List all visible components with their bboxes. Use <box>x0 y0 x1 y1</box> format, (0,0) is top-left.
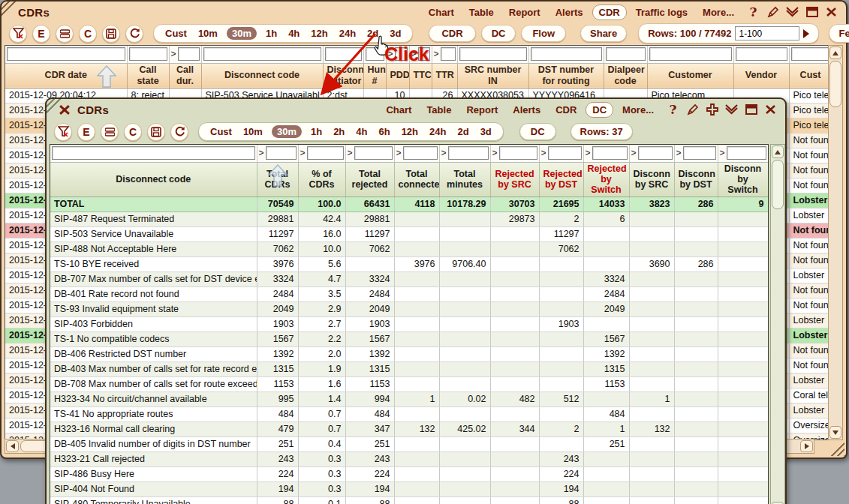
rejected-by-dst-filter-input[interactable] <box>548 146 582 160</box>
disconnect-code-row[interactable]: DB-405 Invalid number of digits in DST n… <box>50 436 768 452</box>
disconnect-code-row[interactable]: TS-93 Invalid equipment state20492.92049… <box>50 302 768 316</box>
time-range-6h[interactable]: 6h <box>376 125 392 138</box>
call-dur-filter-input[interactable] <box>178 47 200 61</box>
column-header-rejected-by-switch[interactable]: Rejected by Switch <box>583 162 629 196</box>
dc-button[interactable]: DC <box>519 123 556 140</box>
disconnect-code-row[interactable]: SIP-480 Temporarily Unavailable880.18888 <box>50 496 768 504</box>
column-header-disconnect-code[interactable]: Disconnect code <box>201 63 323 88</box>
cdr-date-filter-input[interactable] <box>7 47 125 61</box>
rejected-by-src-filter-input[interactable] <box>499 146 537 160</box>
time-range-1h[interactable]: 1h <box>309 125 324 138</box>
e-icon-button[interactable]: E <box>77 123 95 141</box>
disconnect-code-row[interactable]: SIP-403 Forbidden19032.719031903 <box>50 316 768 332</box>
ttr-filter-input[interactable] <box>441 47 456 61</box>
main-titlebar[interactable]: CDRs ChartTableReportAlertsCDRTraffic lo… <box>2 2 846 22</box>
edit-icon[interactable] <box>685 103 700 116</box>
time-range-2d[interactable]: 2d <box>455 125 471 138</box>
column-header-disconn-by-dst[interactable]: Disconn by DST <box>674 162 718 196</box>
list-icon-button[interactable] <box>101 123 119 141</box>
cust-filter-input[interactable] <box>791 47 830 61</box>
disconnect-code-row[interactable]: H323-21 Call rejected2430.3243243 <box>50 452 768 466</box>
column-header-call-state[interactable]: Call state <box>127 63 169 88</box>
rejected-by-switch-filter-input[interactable] <box>592 146 628 160</box>
disconnect-code-row[interactable]: DB-401 Rate record not found24843.524842… <box>50 286 768 302</box>
menu-item-traffic-logs[interactable]: Traffic logs <box>630 5 694 20</box>
help-icon[interactable]: ? <box>666 103 680 116</box>
time-range-2d[interactable]: 2d <box>365 27 381 40</box>
menu-item-chart[interactable]: Chart <box>423 5 460 20</box>
dialpeer-code-filter-input[interactable] <box>606 47 646 61</box>
ttc-filter-input[interactable] <box>418 47 430 61</box>
disconnect-code-row[interactable]: DB-708 Max number of calls set for route… <box>50 376 768 392</box>
column-header-disconn-initiator[interactable]: Disconn initiator <box>323 63 363 88</box>
disconnect-code-row[interactable]: SIP-488 Not Acceptable Here706210.070627… <box>50 242 768 256</box>
menu-item-more[interactable]: More... <box>616 103 660 117</box>
flow-button[interactable]: Flow <box>521 25 566 42</box>
column-header-total-minutes[interactable]: Total minutes <box>439 162 490 196</box>
column-header-disconn-by-src[interactable]: Disconn by SRC <box>629 162 674 196</box>
disconnect-code-row[interactable]: TS-10 BYE received39765.639769706.403690… <box>50 256 768 272</box>
e-icon-button[interactable]: E <box>32 25 50 43</box>
time-range-12h[interactable]: 12h <box>399 125 420 138</box>
disconnect-code-row[interactable]: SIP-487 Request Terminated2988142.429881… <box>50 212 768 226</box>
share-button[interactable]: Share <box>580 25 627 42</box>
total-row[interactable]: TOTAL70549100.066431411810178.2930703216… <box>50 196 768 212</box>
save-icon-button[interactable] <box>147 123 165 141</box>
time-range-4h[interactable]: 4h <box>286 27 302 40</box>
menu-item-alerts[interactable]: Alerts <box>549 5 589 20</box>
disconnect-code-row[interactable]: DB-403 Max number of calls set for rate … <box>50 362 768 376</box>
edit-icon[interactable] <box>766 5 780 19</box>
disconnect-code-row[interactable]: TS-41 No appropriate routes4840.7484484 <box>50 406 768 422</box>
customer-filter-input[interactable] <box>649 47 732 61</box>
column-header-dst-number-for-routing[interactable]: DST number for routing <box>528 63 604 88</box>
disconnect-code-row[interactable]: SIP-486 Busy Here2240.3224224 <box>50 466 768 482</box>
disconn-by-switch-filter-input[interactable] <box>727 146 766 160</box>
time-range-10m[interactable]: 10m <box>196 27 220 40</box>
resize-grip-icon[interactable] <box>828 440 844 456</box>
column-header-dialpeer-code[interactable]: Dialpeer code <box>604 63 647 88</box>
column-header-of-cdrs[interactable]: % of CDRs <box>298 162 345 196</box>
list-icon-button[interactable] <box>56 25 74 43</box>
disconnect-code-row[interactable]: H323-16 Normal call clearing4790.7347132… <box>50 422 768 436</box>
column-header-pdd[interactable]: PDD <box>386 63 409 88</box>
maximize-icon[interactable] <box>744 103 758 116</box>
column-header-hunt[interactable]: Hunt # <box>363 63 386 88</box>
total-cdrs-filter-input[interactable] <box>266 146 297 160</box>
disconnect-code-row[interactable]: DB-707 Max number of calls set for DST d… <box>50 272 768 286</box>
menu-item-cdr[interactable]: CDR <box>592 4 627 20</box>
time-range-3d[interactable]: 3d <box>478 125 494 138</box>
of-cdrs-filter-input[interactable] <box>307 146 344 160</box>
time-range-24h[interactable]: 24h <box>427 125 448 138</box>
c-icon-button[interactable]: C <box>124 123 142 141</box>
column-header-disconn-by-switch[interactable]: Disconn by Switch <box>718 162 768 196</box>
menu-item-dc[interactable]: DC <box>586 102 613 118</box>
dc-button[interactable]: DC <box>481 25 516 42</box>
column-header-total-cdrs[interactable]: Total CDRs <box>257 162 298 196</box>
time-range-4h[interactable]: 4h <box>354 125 369 138</box>
modal-vscrollbar[interactable] <box>770 144 785 504</box>
time-range-cust[interactable]: Cust <box>208 125 234 138</box>
column-header-customer[interactable]: Customer <box>647 63 733 88</box>
close-icon[interactable] <box>824 5 838 19</box>
time-range-12h[interactable]: 12h <box>309 27 330 40</box>
next-page-icon[interactable] <box>803 29 809 38</box>
disconnect-code-row[interactable]: H323-34 No circuit/channel available9951… <box>50 392 768 406</box>
menu-item-report[interactable]: Report <box>503 5 546 20</box>
total-rejected-filter-input[interactable] <box>354 146 393 160</box>
total-minutes-filter-input[interactable] <box>448 146 489 160</box>
time-range-3d[interactable]: 3d <box>387 27 403 40</box>
disconnect-code-row[interactable]: DB-406 Restricted DST number13922.013921… <box>50 346 768 362</box>
row-range-input[interactable] <box>735 26 799 40</box>
disconn-by-dst-filter-input[interactable] <box>683 146 716 160</box>
menu-item-table[interactable]: Table <box>420 103 457 117</box>
column-header-ttc[interactable]: TTC <box>409 63 432 88</box>
column-header-cdr-date[interactable]: CDR date <box>5 63 127 88</box>
close-icon[interactable] <box>763 103 778 116</box>
c-icon-button[interactable]: C <box>79 25 97 43</box>
menu-item-chart[interactable]: Chart <box>380 103 417 117</box>
refresh-icon-button[interactable] <box>170 123 188 141</box>
column-header-rejected-by-dst[interactable]: Rejected by DST <box>539 162 583 196</box>
menu-item-report[interactable]: Report <box>460 103 504 117</box>
time-range-10m[interactable]: 10m <box>241 125 265 138</box>
column-header-vendor[interactable]: Vendor <box>733 63 789 88</box>
